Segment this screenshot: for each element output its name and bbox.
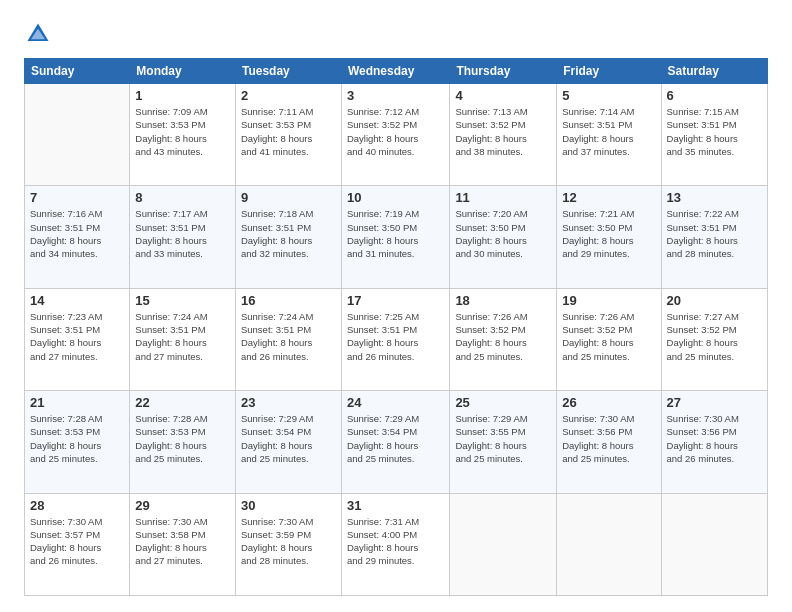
- calendar-table: SundayMondayTuesdayWednesdayThursdayFrid…: [24, 58, 768, 596]
- day-number: 3: [347, 88, 444, 103]
- day-number: 12: [562, 190, 655, 205]
- calendar-week-3: 14Sunrise: 7:23 AM Sunset: 3:51 PM Dayli…: [25, 288, 768, 390]
- calendar-cell: 16Sunrise: 7:24 AM Sunset: 3:51 PM Dayli…: [235, 288, 341, 390]
- day-number: 13: [667, 190, 762, 205]
- calendar-cell: 9Sunrise: 7:18 AM Sunset: 3:51 PM Daylig…: [235, 186, 341, 288]
- day-info: Sunrise: 7:24 AM Sunset: 3:51 PM Dayligh…: [135, 310, 230, 363]
- day-number: 7: [30, 190, 124, 205]
- day-number: 24: [347, 395, 444, 410]
- calendar-cell: [557, 493, 661, 595]
- day-info: Sunrise: 7:11 AM Sunset: 3:53 PM Dayligh…: [241, 105, 336, 158]
- col-header-tuesday: Tuesday: [235, 59, 341, 84]
- day-info: Sunrise: 7:23 AM Sunset: 3:51 PM Dayligh…: [30, 310, 124, 363]
- calendar-cell: 25Sunrise: 7:29 AM Sunset: 3:55 PM Dayli…: [450, 391, 557, 493]
- calendar-cell: 29Sunrise: 7:30 AM Sunset: 3:58 PM Dayli…: [130, 493, 236, 595]
- day-info: Sunrise: 7:16 AM Sunset: 3:51 PM Dayligh…: [30, 207, 124, 260]
- day-number: 29: [135, 498, 230, 513]
- day-number: 6: [667, 88, 762, 103]
- calendar-cell: 21Sunrise: 7:28 AM Sunset: 3:53 PM Dayli…: [25, 391, 130, 493]
- calendar-cell: 10Sunrise: 7:19 AM Sunset: 3:50 PM Dayli…: [341, 186, 449, 288]
- day-info: Sunrise: 7:19 AM Sunset: 3:50 PM Dayligh…: [347, 207, 444, 260]
- day-number: 27: [667, 395, 762, 410]
- day-info: Sunrise: 7:31 AM Sunset: 4:00 PM Dayligh…: [347, 515, 444, 568]
- calendar-cell: 27Sunrise: 7:30 AM Sunset: 3:56 PM Dayli…: [661, 391, 767, 493]
- calendar-week-4: 21Sunrise: 7:28 AM Sunset: 3:53 PM Dayli…: [25, 391, 768, 493]
- calendar-cell: 26Sunrise: 7:30 AM Sunset: 3:56 PM Dayli…: [557, 391, 661, 493]
- day-number: 9: [241, 190, 336, 205]
- day-info: Sunrise: 7:26 AM Sunset: 3:52 PM Dayligh…: [455, 310, 551, 363]
- day-info: Sunrise: 7:27 AM Sunset: 3:52 PM Dayligh…: [667, 310, 762, 363]
- day-info: Sunrise: 7:21 AM Sunset: 3:50 PM Dayligh…: [562, 207, 655, 260]
- day-number: 19: [562, 293, 655, 308]
- calendar-week-5: 28Sunrise: 7:30 AM Sunset: 3:57 PM Dayli…: [25, 493, 768, 595]
- logo-icon: [24, 20, 52, 48]
- calendar-cell: 23Sunrise: 7:29 AM Sunset: 3:54 PM Dayli…: [235, 391, 341, 493]
- col-header-monday: Monday: [130, 59, 236, 84]
- day-info: Sunrise: 7:28 AM Sunset: 3:53 PM Dayligh…: [30, 412, 124, 465]
- day-info: Sunrise: 7:26 AM Sunset: 3:52 PM Dayligh…: [562, 310, 655, 363]
- day-info: Sunrise: 7:30 AM Sunset: 3:56 PM Dayligh…: [667, 412, 762, 465]
- day-number: 17: [347, 293, 444, 308]
- day-info: Sunrise: 7:22 AM Sunset: 3:51 PM Dayligh…: [667, 207, 762, 260]
- day-info: Sunrise: 7:29 AM Sunset: 3:54 PM Dayligh…: [241, 412, 336, 465]
- day-info: Sunrise: 7:30 AM Sunset: 3:59 PM Dayligh…: [241, 515, 336, 568]
- day-info: Sunrise: 7:28 AM Sunset: 3:53 PM Dayligh…: [135, 412, 230, 465]
- calendar-header-row: SundayMondayTuesdayWednesdayThursdayFrid…: [25, 59, 768, 84]
- calendar-cell: [25, 84, 130, 186]
- calendar-week-2: 7Sunrise: 7:16 AM Sunset: 3:51 PM Daylig…: [25, 186, 768, 288]
- calendar-cell: 19Sunrise: 7:26 AM Sunset: 3:52 PM Dayli…: [557, 288, 661, 390]
- day-number: 31: [347, 498, 444, 513]
- calendar-cell: 24Sunrise: 7:29 AM Sunset: 3:54 PM Dayli…: [341, 391, 449, 493]
- day-info: Sunrise: 7:18 AM Sunset: 3:51 PM Dayligh…: [241, 207, 336, 260]
- day-number: 23: [241, 395, 336, 410]
- day-number: 2: [241, 88, 336, 103]
- calendar-cell: [450, 493, 557, 595]
- day-info: Sunrise: 7:15 AM Sunset: 3:51 PM Dayligh…: [667, 105, 762, 158]
- day-info: Sunrise: 7:25 AM Sunset: 3:51 PM Dayligh…: [347, 310, 444, 363]
- calendar-cell: 20Sunrise: 7:27 AM Sunset: 3:52 PM Dayli…: [661, 288, 767, 390]
- calendar-cell: 2Sunrise: 7:11 AM Sunset: 3:53 PM Daylig…: [235, 84, 341, 186]
- col-header-saturday: Saturday: [661, 59, 767, 84]
- day-info: Sunrise: 7:30 AM Sunset: 3:58 PM Dayligh…: [135, 515, 230, 568]
- calendar-cell: 17Sunrise: 7:25 AM Sunset: 3:51 PM Dayli…: [341, 288, 449, 390]
- day-number: 22: [135, 395, 230, 410]
- col-header-friday: Friday: [557, 59, 661, 84]
- day-number: 25: [455, 395, 551, 410]
- calendar-cell: 22Sunrise: 7:28 AM Sunset: 3:53 PM Dayli…: [130, 391, 236, 493]
- day-number: 15: [135, 293, 230, 308]
- day-info: Sunrise: 7:13 AM Sunset: 3:52 PM Dayligh…: [455, 105, 551, 158]
- calendar-cell: 5Sunrise: 7:14 AM Sunset: 3:51 PM Daylig…: [557, 84, 661, 186]
- day-number: 4: [455, 88, 551, 103]
- calendar-cell: 28Sunrise: 7:30 AM Sunset: 3:57 PM Dayli…: [25, 493, 130, 595]
- day-number: 16: [241, 293, 336, 308]
- calendar-week-1: 1Sunrise: 7:09 AM Sunset: 3:53 PM Daylig…: [25, 84, 768, 186]
- col-header-thursday: Thursday: [450, 59, 557, 84]
- day-number: 1: [135, 88, 230, 103]
- calendar-cell: 13Sunrise: 7:22 AM Sunset: 3:51 PM Dayli…: [661, 186, 767, 288]
- day-number: 8: [135, 190, 230, 205]
- day-info: Sunrise: 7:24 AM Sunset: 3:51 PM Dayligh…: [241, 310, 336, 363]
- calendar-cell: 30Sunrise: 7:30 AM Sunset: 3:59 PM Dayli…: [235, 493, 341, 595]
- page: SundayMondayTuesdayWednesdayThursdayFrid…: [0, 0, 792, 612]
- day-number: 14: [30, 293, 124, 308]
- day-info: Sunrise: 7:17 AM Sunset: 3:51 PM Dayligh…: [135, 207, 230, 260]
- day-number: 11: [455, 190, 551, 205]
- calendar-cell: 11Sunrise: 7:20 AM Sunset: 3:50 PM Dayli…: [450, 186, 557, 288]
- calendar-cell: 18Sunrise: 7:26 AM Sunset: 3:52 PM Dayli…: [450, 288, 557, 390]
- calendar-cell: 6Sunrise: 7:15 AM Sunset: 3:51 PM Daylig…: [661, 84, 767, 186]
- calendar-cell: 3Sunrise: 7:12 AM Sunset: 3:52 PM Daylig…: [341, 84, 449, 186]
- day-info: Sunrise: 7:20 AM Sunset: 3:50 PM Dayligh…: [455, 207, 551, 260]
- calendar-cell: 12Sunrise: 7:21 AM Sunset: 3:50 PM Dayli…: [557, 186, 661, 288]
- calendar-cell: 1Sunrise: 7:09 AM Sunset: 3:53 PM Daylig…: [130, 84, 236, 186]
- day-number: 10: [347, 190, 444, 205]
- day-number: 21: [30, 395, 124, 410]
- day-info: Sunrise: 7:09 AM Sunset: 3:53 PM Dayligh…: [135, 105, 230, 158]
- calendar-cell: 8Sunrise: 7:17 AM Sunset: 3:51 PM Daylig…: [130, 186, 236, 288]
- day-info: Sunrise: 7:30 AM Sunset: 3:57 PM Dayligh…: [30, 515, 124, 568]
- day-number: 30: [241, 498, 336, 513]
- day-number: 28: [30, 498, 124, 513]
- calendar-cell: 7Sunrise: 7:16 AM Sunset: 3:51 PM Daylig…: [25, 186, 130, 288]
- header: [24, 20, 768, 48]
- day-info: Sunrise: 7:14 AM Sunset: 3:51 PM Dayligh…: [562, 105, 655, 158]
- day-info: Sunrise: 7:29 AM Sunset: 3:54 PM Dayligh…: [347, 412, 444, 465]
